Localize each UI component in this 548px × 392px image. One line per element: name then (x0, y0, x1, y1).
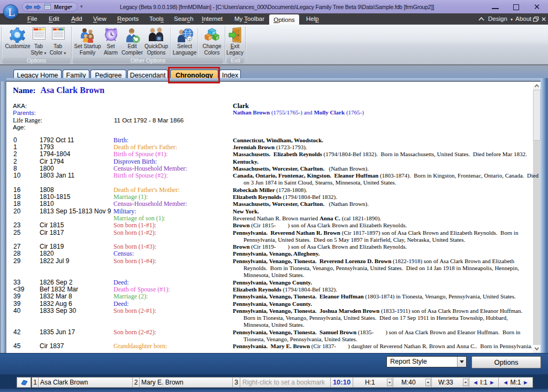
svg-text:?: ? (188, 37, 191, 42)
